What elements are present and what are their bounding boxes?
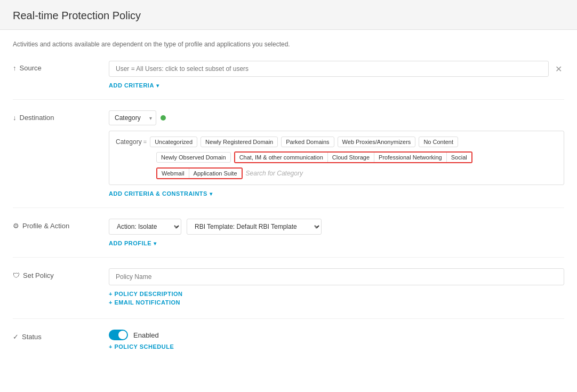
destination-content: Category Category Uncategorized Newly Re…: [109, 110, 564, 197]
add-constraints-button[interactable]: ADD CRITERIA & CONSTRAINTS: [109, 190, 212, 197]
profile-action-row: Action: Isolate RBI Template: Default RB…: [109, 219, 564, 235]
action-dropdown[interactable]: Action: Isolate: [109, 219, 181, 235]
rbi-template-dropdown[interactable]: RBI Template: Default RBI Template: [187, 219, 322, 235]
category-dropdown[interactable]: Category: [109, 110, 156, 125]
source-content: ✕ ADD CRITERIA: [109, 61, 564, 89]
category-dropdown-wrapper: Category: [109, 110, 156, 125]
profile-action-icon: ⚙: [13, 222, 19, 230]
profile-action-section: ⚙ Profile & Action Action: Isolate RBI T…: [13, 219, 564, 258]
status-text: Enabled: [133, 331, 159, 339]
add-profile-button[interactable]: ADD PROFILE: [109, 240, 157, 246]
category-row-1: Category Uncategorized Newly Registered …: [116, 137, 557, 147]
profile-action-label: ⚙ Profile & Action: [13, 219, 109, 246]
source-input[interactable]: [109, 61, 549, 77]
highlighted-group-2: Webmail Application Suite: [156, 167, 243, 179]
source-icon: ↑: [13, 64, 17, 72]
status-icon: ✓: [13, 333, 19, 341]
status-row: Enabled: [109, 330, 564, 340]
destination-icon: ↓: [13, 114, 17, 122]
rbi-dropdown-wrapper: RBI Template: Default RBI Template: [187, 219, 322, 235]
policy-description-button[interactable]: + POLICY DESCRIPTION: [109, 291, 182, 297]
destination-label: ↓ Destination: [13, 110, 109, 197]
tag-chat-im[interactable]: Chat, IM & other communication: [235, 153, 328, 162]
tag-parked-domains[interactable]: Parked Domains: [281, 137, 334, 147]
status-content: Enabled + POLICY SCHEDULE: [109, 330, 564, 350]
action-dropdown-wrapper: Action: Isolate: [109, 219, 181, 235]
category-row-3: Webmail Application Suite Search for Cat…: [116, 167, 557, 179]
category-box: Category Uncategorized Newly Registered …: [109, 131, 564, 185]
category-row-2: Newly Observed Domain Chat, IM & other c…: [116, 151, 557, 163]
tag-uncategorized[interactable]: Uncategorized: [150, 137, 197, 147]
add-criteria-button[interactable]: ADD CRITERIA: [109, 82, 159, 89]
tag-webmail[interactable]: Webmail: [157, 169, 189, 178]
source-clear-button[interactable]: ✕: [553, 62, 564, 76]
status-label: ✓ Status: [13, 330, 109, 350]
source-input-row: ✕: [109, 61, 564, 77]
destination-section: ↓ Destination Category Category: [13, 110, 564, 208]
category-eq-label: Category: [116, 138, 147, 146]
set-policy-section: 🛡 Set Policy + POLICY DESCRIPTION + EMAI…: [13, 268, 564, 319]
highlighted-group-1: Chat, IM & other communication Cloud Sto…: [234, 151, 472, 163]
set-policy-icon: 🛡: [13, 271, 20, 279]
email-notification-button[interactable]: + EMAIL NOTIFICATION: [109, 299, 180, 306]
category-search-placeholder[interactable]: Search for Category: [246, 170, 303, 177]
tag-social[interactable]: Social: [447, 153, 471, 162]
tag-web-proxies[interactable]: Web Proxies/Anonymizers: [338, 137, 416, 147]
set-policy-content: + POLICY DESCRIPTION + EMAIL NOTIFICATIO…: [109, 268, 564, 308]
tag-professional-networking[interactable]: Professional Networking: [374, 153, 447, 162]
policy-schedule-button[interactable]: + POLICY SCHEDULE: [109, 343, 174, 350]
tag-application-suite[interactable]: Application Suite: [189, 169, 242, 178]
status-toggle[interactable]: [109, 330, 128, 340]
page-subtitle: Activities and actions available are dep…: [13, 41, 564, 48]
tag-newly-observed[interactable]: Newly Observed Domain: [156, 152, 231, 163]
destination-top-row: Category: [109, 110, 564, 125]
page-title: Real-time Protection Policy: [13, 10, 564, 22]
set-policy-label: 🛡 Set Policy: [13, 268, 109, 308]
tag-cloud-storage[interactable]: Cloud Storage: [328, 153, 374, 162]
green-indicator: [161, 115, 166, 121]
source-section: ↑ Source ✕ ADD CRITERIA: [13, 61, 564, 100]
source-label: ↑ Source: [13, 61, 109, 89]
policy-name-input[interactable]: [109, 268, 564, 285]
profile-action-content: Action: Isolate RBI Template: Default RB…: [109, 219, 564, 246]
tag-newly-registered[interactable]: Newly Registered Domain: [201, 137, 278, 147]
tag-no-content[interactable]: No Content: [419, 137, 458, 147]
status-section: ✓ Status Enabled + POLICY SCHEDULE: [13, 330, 564, 361]
